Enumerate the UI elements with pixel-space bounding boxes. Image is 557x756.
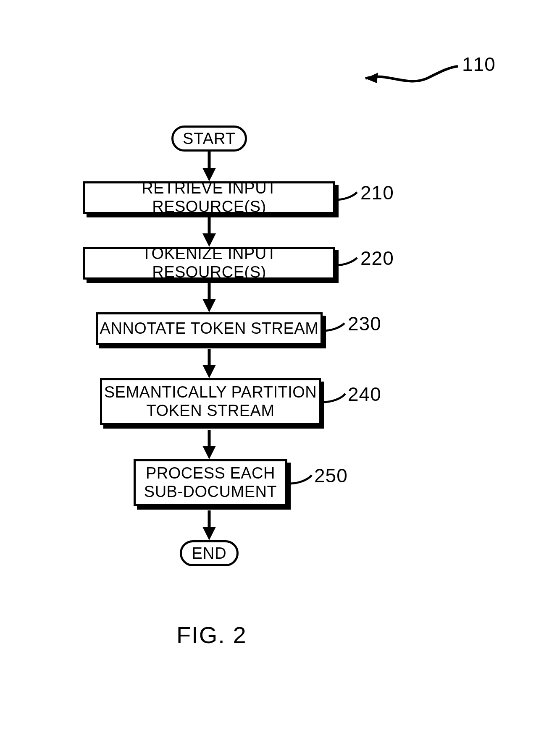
flow-start: START [171, 126, 247, 152]
flowchart-canvas: 110 START RETRIEVE INPUT RESOURCE(S) 210… [0, 0, 557, 756]
flow-step-250: PROCESS EACH SUB-DOCUMENT [134, 459, 287, 506]
flow-step-210: RETRIEVE INPUT RESOURCE(S) [83, 181, 335, 214]
flow-step-220-ref: 220 [360, 247, 394, 269]
svg-marker-8 [202, 365, 216, 378]
flow-end: END [180, 540, 239, 566]
flow-step-210-ref: 210 [360, 181, 394, 204]
flow-step-250-ref: 250 [314, 464, 348, 487]
flow-step-230: ANNOTATE TOKEN STREAM [96, 312, 323, 345]
figure-caption: FIG. 2 [176, 621, 247, 649]
svg-marker-6 [202, 299, 216, 312]
flow-step-230-ref: 230 [348, 312, 381, 335]
svg-marker-0 [365, 73, 378, 83]
figure-reference-label: 110 [462, 53, 496, 76]
svg-marker-12 [202, 527, 216, 540]
flow-step-240-ref: 240 [348, 383, 381, 405]
flow-step-220: TOKENIZE INPUT RESOURCE(S) [83, 247, 335, 280]
svg-marker-10 [202, 446, 216, 459]
flow-step-240: SEMANTICALLY PARTITION TOKEN STREAM [100, 378, 321, 425]
